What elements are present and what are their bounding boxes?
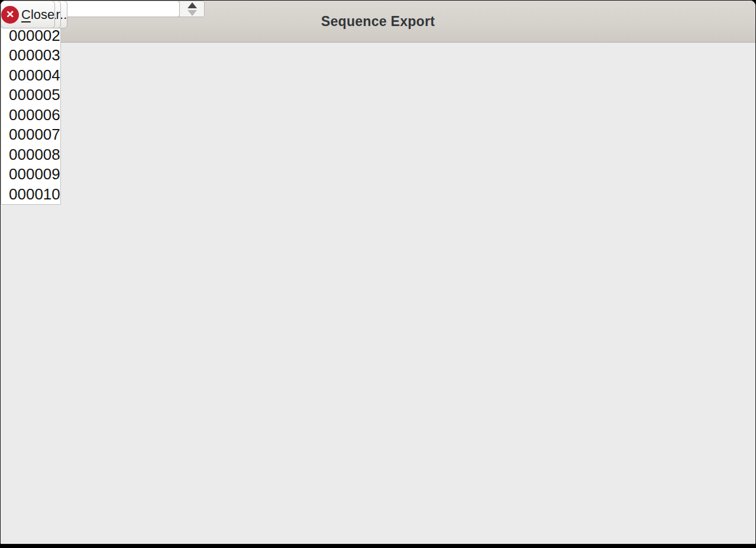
- sequence-line: 000009: [9, 165, 60, 185]
- close-button[interactable]: ✕ Close: [1, 1, 55, 28]
- sequence-line: 000005: [9, 85, 60, 105]
- spin-down-icon: [188, 10, 197, 16]
- sequence-line: 000010: [9, 185, 60, 205]
- increment-by-spin-buttons: [179, 1, 204, 17]
- sequence-line: 000007: [9, 125, 60, 145]
- close-icon: ✕: [1, 6, 19, 24]
- sequence-line: 000004: [9, 66, 60, 86]
- increment-by-spin-up-button[interactable]: [180, 1, 204, 9]
- sequence-data-lines: 0000010000020000030000040000050000060000…: [1, 1, 60, 204]
- increment-by-spin-down-button[interactable]: [180, 9, 204, 17]
- sequence-line: 000003: [9, 46, 60, 66]
- sequence-data-textview[interactable]: 0000010000020000030000040000050000060000…: [1, 1, 61, 205]
- sequence-line: 000006: [9, 105, 60, 125]
- sequence-line: 000002: [9, 26, 60, 46]
- sequence-line: 000008: [9, 145, 60, 165]
- spin-up-icon: [188, 2, 197, 8]
- sequence-export-dialog: Sequence Export ✕ Create Sequence Sequen…: [0, 0, 756, 544]
- close-button-label: Close: [21, 7, 54, 22]
